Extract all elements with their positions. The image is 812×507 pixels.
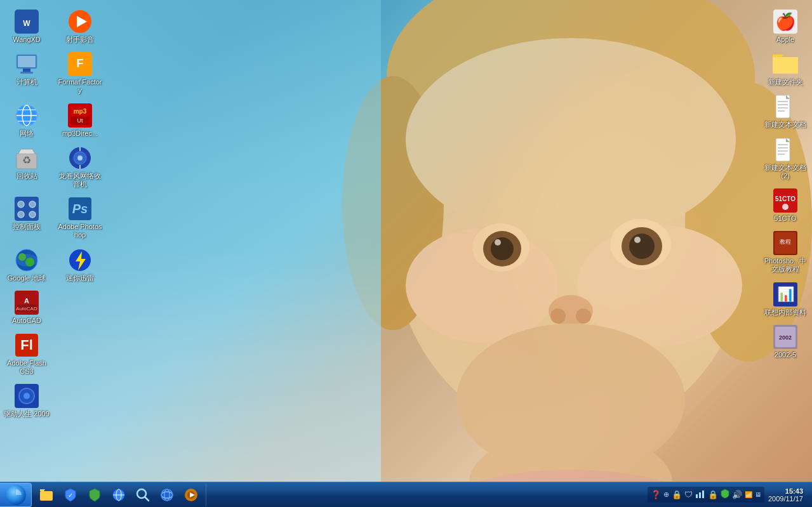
tray-help[interactable]: ❓	[650, 489, 662, 500]
icon-control-panel-label: 控制面板	[13, 223, 41, 231]
tray-icon-2[interactable]: 🔒	[671, 489, 682, 500]
icon-mini-thunder[interactable]: 迷你迅雷	[55, 245, 105, 285]
icon-mp3direct-label: mp3Direc...	[62, 129, 98, 138]
svg-point-12	[491, 237, 514, 260]
icon-autocad[interactable]: AAutoCAD AutoCAD	[1, 287, 52, 327]
icon-photoshop[interactable]: Ps Adobe Photoshop	[55, 194, 105, 242]
icon-2002-5[interactable]: 2002 2002-5	[760, 322, 811, 362]
taskbar-shield2[interactable]	[83, 484, 106, 506]
icon-ps-tutorial[interactable]: 教程 Photosho...中文版教程	[760, 228, 811, 276]
svg-point-14	[495, 239, 501, 246]
flash-icon: Fl	[15, 334, 38, 357]
taskbar-right: ❓ ⊕ 🔒 🛡 🔒 🔊 📶 🖥 15:43 2009/11/17	[648, 487, 812, 503]
svg-text:51CTO: 51CTO	[775, 195, 795, 202]
system-tray: ❓ ⊕ 🔒 🛡 🔒 🔊 📶 🖥	[648, 487, 764, 503]
icon-shooter[interactable]: 射手影音	[55, 6, 105, 46]
icon-mini-thunder-label: 迷你迅雷	[66, 274, 94, 282]
taskbar-media-icon[interactable]	[180, 484, 203, 506]
svg-rect-28	[23, 69, 30, 72]
svg-text:F: F	[77, 57, 84, 70]
desktop: W WangXD 射手影音 计算机 F	[0, 0, 812, 507]
svg-point-50	[18, 201, 24, 207]
icon-new-text-2-label: 新建文本文档 (2)	[762, 164, 808, 180]
icon-computer[interactable]: 计算机	[1, 49, 52, 97]
icon-ps-tutorial-label: Photosho...中文版教程	[762, 257, 808, 273]
svg-text:📊: 📊	[777, 286, 795, 303]
tray-icon-1[interactable]: ⊕	[663, 490, 670, 499]
icon-new-text[interactable]: 新建文本文档	[760, 91, 811, 131]
svg-point-5	[406, 38, 736, 241]
start-button[interactable]	[0, 483, 32, 507]
desktop-icons-left: W WangXD 射手影音 计算机 F	[0, 0, 114, 482]
svg-line-99	[145, 497, 149, 501]
icon-computer-label: 计算机	[17, 78, 37, 86]
svg-point-56	[18, 253, 26, 261]
taskbar-ie-icon[interactable]	[156, 484, 178, 506]
tray-shield[interactable]	[720, 488, 730, 501]
icon-drive-life-label: 驱动人生 2009	[4, 410, 50, 418]
svg-point-18	[576, 308, 591, 324]
icon-drive-life[interactable]: 驱动人生 2009	[1, 381, 52, 421]
svg-text:W: W	[23, 19, 30, 28]
icon-apple-label: Apple	[776, 36, 794, 44]
svg-text:mp3: mp3	[74, 108, 87, 115]
icon-longju[interactable]: 龙卷风网络收音机	[55, 143, 105, 191]
tray-icon-misc1[interactable]: 📶	[744, 491, 753, 499]
icon-recycle[interactable]: ♻ 回收站	[1, 143, 52, 191]
icon-51cto[interactable]: 51CTO 51CTO	[760, 185, 811, 225]
icon-control-panel[interactable]: 控制面板	[1, 194, 52, 242]
icon-flash-cs3-label: Adobe Flash CS3	[4, 359, 50, 376]
tray-network[interactable]	[695, 489, 706, 501]
icon-wangxd[interactable]: W WangXD	[1, 6, 52, 46]
svg-text:🍎: 🍎	[775, 11, 796, 32]
tray-security[interactable]: 🔒	[707, 489, 719, 500]
icon-recycle-label: 回收站	[17, 172, 37, 180]
icon-photoshop-label: Adobe Photoshop	[57, 223, 103, 239]
icon-new-folder-label: 新建文件夹	[768, 78, 803, 86]
taskbar-shield1[interactable]: ✓	[59, 484, 82, 506]
tray-icon-3[interactable]: 🛡	[684, 489, 693, 500]
clock[interactable]: 15:43 2009/11/17	[764, 487, 807, 503]
icon-lenovo[interactable]: 📊 联想内部资料	[760, 279, 811, 319]
svg-rect-70	[773, 57, 798, 74]
svg-text:✓: ✓	[68, 492, 73, 499]
clock-time: 15:43	[768, 487, 803, 495]
svg-text:AutoCAD: AutoCAD	[16, 306, 37, 312]
svg-point-67	[23, 393, 30, 399]
svg-rect-49	[15, 197, 39, 221]
icon-flash-cs3[interactable]: Fl Adobe Flash CS3	[1, 330, 52, 378]
icon-apple[interactable]: 🍎 Apple	[760, 6, 811, 46]
svg-rect-30	[18, 56, 36, 67]
svg-rect-83	[782, 204, 789, 210]
icon-new-folder[interactable]: 新建文件夹	[760, 49, 811, 89]
taskbar: ✓ ❓ ⊕ 🔒 🛡	[0, 482, 812, 507]
svg-point-13	[629, 234, 655, 259]
taskbar-network-icon[interactable]	[107, 484, 130, 506]
icon-2002-5-label: 2002-5	[775, 351, 796, 359]
svg-point-52	[18, 211, 24, 218]
icon-autocad-label: AutoCAD	[12, 317, 41, 325]
taskbar-search-icon[interactable]	[131, 484, 154, 506]
desktop-icons-right: 🍎 Apple 新建文件夹 新建文本文档 新建文本文档 (2)	[698, 0, 812, 482]
svg-rect-108	[699, 492, 701, 498]
photoshop-icon: Ps	[69, 197, 91, 220]
svg-text:A: A	[24, 297, 29, 305]
svg-text:Ut: Ut	[77, 117, 83, 124]
tray-icon-misc2[interactable]: 🖥	[754, 491, 762, 499]
icon-mp3direct[interactable]: mp3Ut mp3Direc...	[55, 100, 105, 140]
icon-google-earth-label: Google 地球	[8, 274, 46, 282]
clock-date: 2009/11/17	[768, 495, 803, 503]
icon-new-text-label: 新建文本文档	[764, 121, 806, 129]
icon-format-factory-label: Format Factory	[57, 78, 103, 95]
icon-network[interactable]: 网络	[1, 100, 52, 140]
svg-point-57	[25, 258, 34, 267]
icon-google-earth[interactable]: Google 地球	[1, 245, 52, 285]
svg-text:♻: ♻	[22, 155, 31, 166]
svg-rect-29	[20, 72, 33, 74]
tray-volume[interactable]: 🔊	[731, 489, 743, 500]
icon-new-text-2[interactable]: 新建文本文档 (2)	[760, 135, 811, 183]
taskbar-explorer[interactable]	[35, 484, 58, 506]
svg-point-53	[29, 211, 36, 218]
icon-format-factory[interactable]: F Format Factory	[55, 49, 105, 97]
svg-text:2002: 2002	[779, 334, 792, 341]
